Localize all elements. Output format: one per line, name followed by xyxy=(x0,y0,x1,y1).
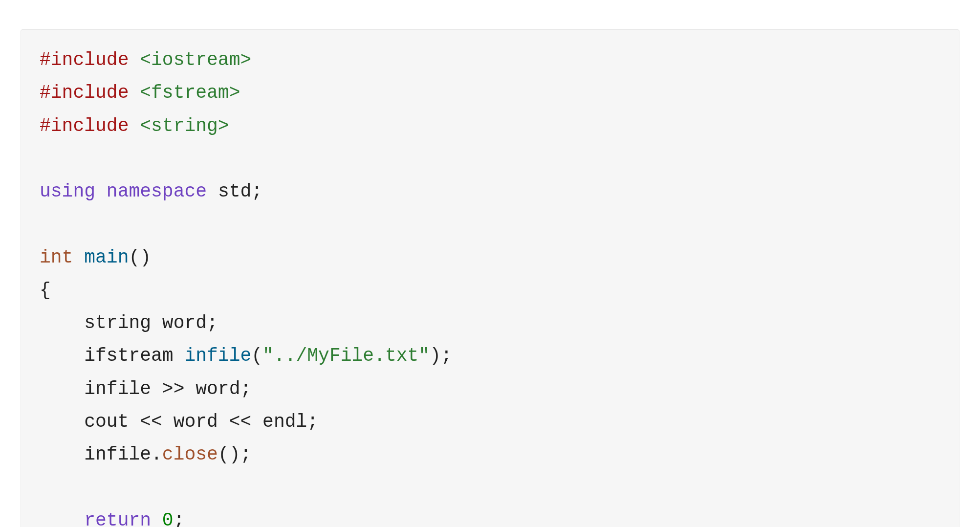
include-target: <string> xyxy=(129,115,229,136)
brace-open: { xyxy=(40,280,51,301)
call-tail: (); xyxy=(218,444,251,465)
code-block: #include <iostream> #include <fstream> #… xyxy=(21,29,959,527)
method-close: close xyxy=(162,444,218,465)
func-main: main xyxy=(73,247,129,268)
string-literal: "../MyFile.txt" xyxy=(262,345,430,366)
include-target: <fstream> xyxy=(129,82,240,103)
keyword-namespace: namespace xyxy=(95,181,207,202)
punct-semi: ; xyxy=(251,181,262,202)
keyword-return: return xyxy=(84,510,151,527)
code-line: infile >> word; xyxy=(40,378,251,399)
page-container: #include <iostream> #include <fstream> #… xyxy=(0,0,980,527)
code-line: infile.close(); xyxy=(40,444,251,465)
indent xyxy=(40,345,84,366)
decl-string-word: string word xyxy=(84,312,207,333)
punct-semi: ; xyxy=(307,411,318,432)
code-line: ifstream infile("../MyFile.txt"); xyxy=(40,345,452,366)
identifier-std: std xyxy=(207,181,251,202)
code-line: { xyxy=(40,280,51,301)
ctor-infile: infile xyxy=(184,345,251,366)
paren-close-semi: ); xyxy=(430,345,452,366)
preproc-directive: #include xyxy=(40,82,129,103)
indent xyxy=(40,510,84,527)
punct-semi: ; xyxy=(174,510,185,527)
code-line: string word; xyxy=(40,312,218,333)
code-line: cout << word << endl; xyxy=(40,411,318,432)
type-ifstream: ifstream xyxy=(84,345,184,366)
punct-semi: ; xyxy=(240,378,251,399)
indent xyxy=(40,378,84,399)
preproc-directive: #include xyxy=(40,115,129,136)
preproc-directive: #include xyxy=(40,49,129,70)
indent xyxy=(40,411,84,432)
indent xyxy=(40,312,84,333)
code-line: int main() xyxy=(40,247,151,268)
code-line: #include <iostream> xyxy=(40,49,251,70)
punct-semi: ; xyxy=(207,312,218,333)
code-line: #include <string> xyxy=(40,115,229,136)
stmt-cout: cout << word << endl xyxy=(84,411,307,432)
code-line: #include <fstream> xyxy=(40,82,240,103)
punct-parens: () xyxy=(129,247,151,268)
type-int: int xyxy=(40,247,73,268)
paren-open: ( xyxy=(251,345,262,366)
number-zero: 0 xyxy=(162,510,174,527)
keyword-using: using xyxy=(40,181,95,202)
include-target: <iostream> xyxy=(129,49,251,70)
stmt-extract: infile >> word xyxy=(84,378,240,399)
space xyxy=(151,510,162,527)
code-line: return 0; xyxy=(40,510,184,527)
indent xyxy=(40,444,84,465)
obj-infile: infile. xyxy=(84,444,162,465)
code-line: using namespace std; xyxy=(40,181,262,202)
